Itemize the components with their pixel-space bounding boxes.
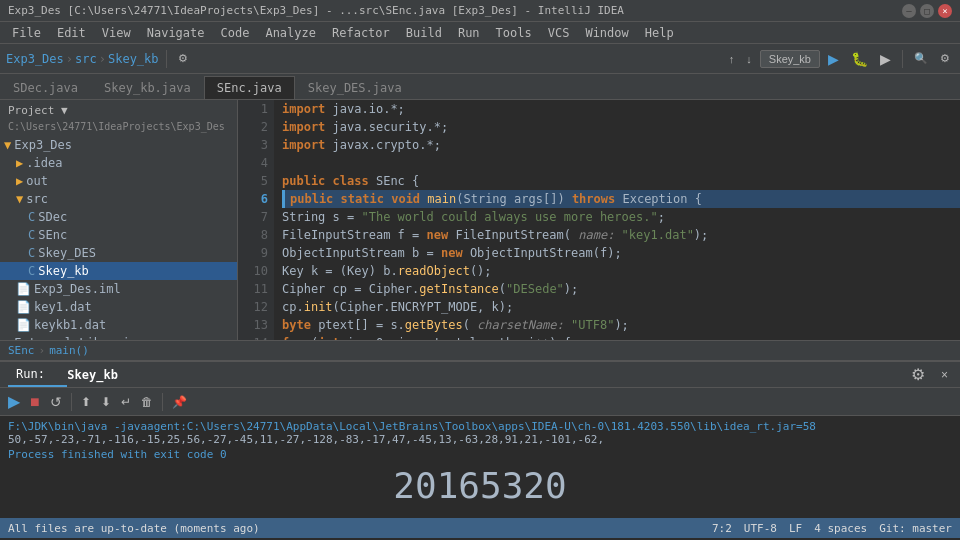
run-panel: Run: Skey_kb ⚙ × ▶ ■ ↺ ⬆ ⬇ ↵ 🗑 📌 F:\JDK\…	[0, 360, 960, 518]
code-line-8: FileInputStream f = new FileInputStream(…	[282, 226, 960, 244]
breadcrumb-main[interactable]: main()	[49, 344, 89, 357]
sidebar-item-out[interactable]: ▶ out	[0, 172, 237, 190]
sidebar-item-idea[interactable]: ▶ .idea	[0, 154, 237, 172]
code-line-2: import java.security.*;	[282, 118, 960, 136]
run-clear-button[interactable]: 🗑	[137, 393, 157, 411]
code-line-11: Cipher cp = Cipher.getInstance("DESede")…	[282, 280, 960, 298]
run-with-coverage-button[interactable]: ▶	[876, 49, 895, 69]
menu-tools[interactable]: Tools	[488, 24, 540, 42]
run-play-button[interactable]: ▶	[4, 390, 24, 413]
output-number: 20165320	[8, 465, 952, 506]
toolbar-breadcrumb: Exp3_Des › src › Skey_kb	[6, 52, 159, 66]
menu-vcs[interactable]: VCS	[540, 24, 578, 42]
line-sep-indicator[interactable]: LF	[789, 522, 802, 535]
folder-icon: ▼	[16, 192, 23, 206]
sidebar-item-keykb1[interactable]: 📄 keykb1.dat	[0, 316, 237, 334]
menu-bar: File Edit View Navigate Code Analyze Ref…	[0, 22, 960, 44]
menu-edit[interactable]: Edit	[49, 24, 94, 42]
search-everywhere-button[interactable]: 🔍	[910, 50, 932, 67]
run-button[interactable]: ▶	[824, 49, 843, 69]
java-file-icon: C	[28, 228, 35, 242]
editor-tabs: SDec.java Skey_kb.java SEnc.java Skey_DE…	[0, 74, 960, 100]
run-tabs: Run: Skey_kb ⚙ ×	[0, 362, 960, 388]
run-toolbar: ▶ ■ ↺ ⬆ ⬇ ↵ 🗑 📌	[0, 388, 960, 416]
run-output-line1: 50,-57,-23,-71,-116,-15,25,56,-27,-45,11…	[8, 433, 952, 446]
project-icon: ▼	[4, 138, 11, 152]
toolbar-settings-button[interactable]: ⚙	[174, 50, 192, 67]
menu-code[interactable]: Code	[213, 24, 258, 42]
sidebar-item-sdec[interactable]: C SDec	[0, 208, 237, 226]
run-rerun-button[interactable]: ↺	[46, 392, 66, 412]
indent-indicator[interactable]: 4 spaces	[814, 522, 867, 535]
sidebar-item-external-libs[interactable]: ▶ External Libraries	[0, 334, 237, 340]
tab-skey-kb[interactable]: Skey_kb.java	[91, 76, 204, 99]
sidebar-item-iml[interactable]: 📄 Exp3_Des.iml	[0, 280, 237, 298]
breadcrumb-senc[interactable]: SEnc	[8, 344, 35, 357]
run-scroll-bottom-button[interactable]: ⬇	[97, 393, 115, 411]
tab-sdec[interactable]: SDec.java	[0, 76, 91, 99]
sidebar-item-skey-des[interactable]: C Skey_DES	[0, 244, 237, 262]
run-scroll-top-button[interactable]: ⬆	[77, 393, 95, 411]
menu-window[interactable]: Window	[577, 24, 636, 42]
toolbar-upload-button[interactable]: ↑	[725, 51, 739, 67]
code-area[interactable]: import java.io.*; import java.security.*…	[274, 100, 960, 340]
run-stop-button[interactable]: ■	[26, 391, 44, 413]
sidebar-item-key1[interactable]: 📄 key1.dat	[0, 298, 237, 316]
run-settings-button[interactable]: ⚙	[907, 363, 929, 386]
file-icon: 📄	[16, 318, 31, 332]
run-close-button[interactable]: ×	[937, 366, 952, 384]
folder-icon: ▶	[4, 336, 11, 340]
tab-skey-des[interactable]: Skey_DES.java	[295, 76, 415, 99]
java-file-icon: C	[28, 246, 35, 260]
sidebar-item-src[interactable]: ▼ src	[0, 190, 237, 208]
minimize-button[interactable]: –	[902, 4, 916, 18]
code-line-3: import javax.crypto.*;	[282, 136, 960, 154]
run-wrap-button[interactable]: ↵	[117, 393, 135, 411]
run-config-name: Skey_kb	[67, 368, 118, 382]
line-col-indicator[interactable]: 7:2	[712, 522, 732, 535]
run-tab-label[interactable]: Run:	[8, 363, 67, 387]
status-message: All files are up-to-date (moments ago)	[8, 522, 712, 535]
menu-file[interactable]: File	[4, 24, 49, 42]
folder-icon: ▶	[16, 156, 23, 170]
menu-build[interactable]: Build	[398, 24, 450, 42]
sidebar: Project ▼ C:\Users\24771\IdeaProjects\Ex…	[0, 100, 238, 340]
toolbar-download-button[interactable]: ↓	[742, 51, 756, 67]
java-file-icon: C	[28, 264, 35, 278]
menu-refactor[interactable]: Refactor	[324, 24, 398, 42]
menu-analyze[interactable]: Analyze	[257, 24, 324, 42]
menu-navigate[interactable]: Navigate	[139, 24, 213, 42]
code-line-9: ObjectInputStream b = new ObjectInputStr…	[282, 244, 960, 262]
tab-senc[interactable]: SEnc.java	[204, 76, 295, 99]
settings-button[interactable]: ⚙	[936, 50, 954, 67]
code-line-7: String s = "The world could always use m…	[282, 208, 960, 226]
branch-selector[interactable]: Skey_kb	[760, 50, 820, 68]
main-area: Project ▼ C:\Users\24771\IdeaProjects\Ex…	[0, 100, 960, 340]
src-folder[interactable]: src	[75, 52, 97, 66]
title-bar: Exp3_Des [C:\Users\24771\IdeaProjects\Ex…	[0, 0, 960, 22]
menu-run[interactable]: Run	[450, 24, 488, 42]
run-output: F:\JDK\bin\java -javaagent:C:\Users\2477…	[8, 420, 952, 461]
run-pin-button[interactable]: 📌	[168, 393, 191, 411]
status-bar: All files are up-to-date (moments ago) 7…	[0, 518, 960, 538]
project-name[interactable]: Exp3_Des	[6, 52, 64, 66]
toolbar: Exp3_Des › src › Skey_kb ⚙ ↑ ↓ Skey_kb ▶…	[0, 44, 960, 74]
menu-help[interactable]: Help	[637, 24, 682, 42]
sidebar-header: Project ▼	[0, 100, 237, 121]
menu-view[interactable]: View	[94, 24, 139, 42]
maximize-button[interactable]: □	[920, 4, 934, 18]
code-line-10: Key k = (Key) b.readObject();	[282, 262, 960, 280]
run-exit-message: Process finished with exit code 0	[8, 448, 952, 461]
run-content[interactable]: F:\JDK\bin\java -javaagent:C:\Users\2477…	[0, 416, 960, 518]
file-icon: 📄	[16, 282, 31, 296]
debug-button[interactable]: 🐛	[847, 49, 872, 69]
current-file[interactable]: Skey_kb	[108, 52, 159, 66]
sidebar-item-skey-kb[interactable]: C Skey_kb	[0, 262, 237, 280]
encoding-indicator[interactable]: UTF-8	[744, 522, 777, 535]
close-button[interactable]: ×	[938, 4, 952, 18]
sidebar-item-exp3des[interactable]: ▼ Exp3_Des	[0, 136, 237, 154]
breadcrumb-bar: SEnc › main()	[0, 340, 960, 360]
editor[interactable]: 1 2 3 4 5 6 7 8 9 10 11 12 13 14 15 16 1…	[238, 100, 960, 340]
sidebar-item-senc[interactable]: C SEnc	[0, 226, 237, 244]
run-command: F:\JDK\bin\java -javaagent:C:\Users\2477…	[8, 420, 952, 433]
